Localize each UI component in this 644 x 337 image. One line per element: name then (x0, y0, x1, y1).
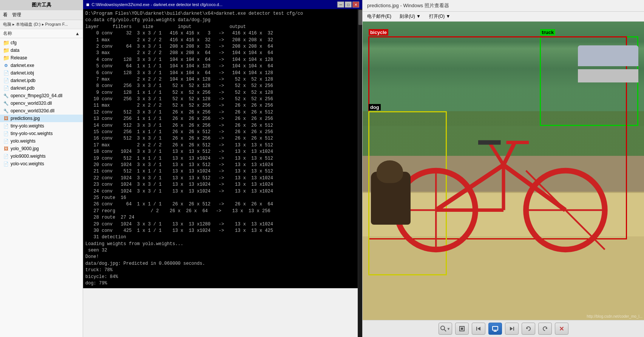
cmd-icon: ■ (86, 2, 89, 8)
file-item-tiny-yolo-voc[interactable]: 📄 tiny-yolo-voc.weights (0, 130, 83, 137)
file-item-darknet-pdb[interactable]: 📄 darknet.pdb (0, 84, 83, 92)
file-item-darknet-iobj[interactable]: 📄 darknet.iobj (0, 69, 83, 77)
bicycle-label: bicycle (369, 29, 388, 36)
file-icon: 📄 (3, 70, 9, 76)
svg-line-10 (503, 143, 515, 165)
car-shape (578, 45, 638, 66)
truck-label: truck (540, 29, 555, 36)
viewer-toolbar: ▼ (363, 320, 644, 337)
menu-burn[interactable]: 刻录(U) ▼ (398, 12, 422, 20)
rotate-left-icon (525, 325, 532, 332)
weights-icon: 📄 (3, 161, 9, 167)
dog-label: dog (369, 104, 381, 110)
weights-icon: 📄 (3, 123, 9, 129)
image-viewer: predictions.jpg - Windows 照片查看器 电子邮件(E) … (363, 0, 644, 337)
cmd-title: C:\Windows\system32\cmd.exe - darknet.ex… (91, 2, 222, 7)
dog-body (371, 172, 411, 225)
file-item-predictions[interactable]: 🖼 predictions.jpg (0, 115, 83, 122)
cmd-titlebar: ■ C:\Windows\system32\cmd.exe - darknet.… (83, 0, 362, 9)
delete-button[interactable]: ✕ (555, 323, 568, 335)
viewer-menubar: 电子邮件(E) 刻录(U) ▼ 打开(O) ▼ (363, 12, 644, 22)
folder-icon: 📁 (3, 47, 9, 53)
next-icon (508, 325, 515, 332)
scene-background: truck bicycle dog http://blog.csdn.net/c… (363, 22, 644, 320)
svg-marker-19 (477, 327, 480, 331)
file-explorer: 图片工具 看 管理 电脑 ▸ 本地磁盘 (D:) ▸ Program F... … (0, 0, 83, 337)
file-item-data[interactable]: 📁 data (0, 47, 83, 54)
svg-rect-18 (476, 327, 477, 331)
folder-icon: 📁 (3, 40, 9, 46)
fit-window-button[interactable] (455, 323, 469, 335)
file-item-darknet-ipdb[interactable]: 📄 darknet.ipdb (0, 77, 83, 84)
file-item-opencv-ffmpeg[interactable]: 🔧 opencv_ffmpeg320_64.dll (0, 92, 83, 99)
svg-line-15 (444, 329, 446, 331)
toolbar-see[interactable]: 看 (3, 12, 8, 18)
dog-head (377, 160, 403, 183)
menu-open[interactable]: 打开(O) ▼ (428, 12, 452, 20)
close-button[interactable]: ✕ (352, 2, 359, 8)
file-item-tiny-yolo[interactable]: 📄 tiny-yolo.weights (0, 122, 83, 130)
rotate-right-icon (542, 325, 548, 332)
file-list: 📁 cfg 📁 data 📁 Release ⚙ darknet.exe 📄 d… (0, 38, 83, 337)
next-image-button[interactable] (505, 323, 519, 335)
dll-icon: 🔧 (3, 93, 9, 99)
weights-icon: 📄 (3, 138, 9, 144)
image-icon: 🖼 (3, 146, 9, 152)
dll-icon: 🔧 (3, 100, 9, 106)
weights-icon: 📄 (3, 130, 9, 137)
display-button[interactable] (488, 323, 502, 335)
file-item-yolo9000-jpg[interactable]: 🖼 yolo_9000.jpg (0, 145, 83, 152)
exe-icon: ⚙ (3, 62, 9, 68)
file-item-darknet-exe[interactable]: ⚙ darknet.exe (0, 62, 83, 69)
svg-rect-20 (493, 326, 498, 330)
toolbar-manage[interactable]: 管理 (12, 12, 21, 18)
image-icon: 🖼 (3, 115, 9, 121)
file-item-yolo-weights[interactable]: 📄 yolo.weights (0, 137, 83, 145)
svg-marker-24 (510, 327, 513, 331)
breadcrumb: 电脑 ▸ 本地磁盘 (D:) ▸ Program F... (0, 20, 83, 29)
explorer-title: 图片工具 (0, 0, 83, 10)
svg-rect-23 (513, 327, 514, 331)
cmd-window-controls: ─ □ ✕ (337, 2, 359, 8)
file-icon: 📄 (3, 85, 9, 91)
file-item-opencv-world-d[interactable]: 🔧 opencv_world320d.dll (0, 107, 83, 115)
column-header: 名称 ▲ (0, 29, 83, 38)
rotate-left-button[interactable] (522, 323, 535, 335)
weights-icon: 📄 (3, 153, 9, 159)
file-item-yolo9000-weights[interactable]: 📄 yolo9000.weights (0, 152, 83, 160)
svg-rect-17 (461, 328, 463, 330)
file-icon: 📄 (3, 78, 9, 84)
cmd-output: D:\Program Files\YOLO\darknet\build\dark… (83, 9, 362, 288)
dll-icon: 🔧 (3, 108, 9, 114)
cmd-window: ■ C:\Windows\system32\cmd.exe - darknet.… (83, 0, 363, 337)
file-item-release[interactable]: 📁 Release (0, 54, 83, 62)
bicycle-svg (391, 66, 616, 275)
file-item-yolo-voc[interactable]: 📄 yolo-voc.weights (0, 160, 83, 168)
viewer-title: predictions.jpg - Windows 照片查看器 (367, 2, 449, 9)
display-icon (492, 325, 499, 332)
menu-email[interactable]: 电子邮件(E) (366, 12, 393, 20)
image-canvas: truck bicycle dog http://blog.csdn.net/c… (363, 22, 644, 320)
prev-icon (475, 325, 482, 332)
watermark: http://blog.csdn.net/coder_mo_l... (587, 314, 642, 318)
folder-icon: 📁 (3, 55, 9, 61)
minimize-button[interactable]: ─ (337, 2, 344, 8)
svg-line-12 (489, 143, 503, 165)
svg-point-14 (441, 326, 445, 330)
file-item-opencv-world[interactable]: 🔧 opencv_world320.dll (0, 99, 83, 107)
fit-icon (459, 325, 465, 332)
zoom-search-button[interactable]: ▼ (439, 323, 452, 335)
prev-image-button[interactable] (472, 323, 485, 335)
scrollbar[interactable] (358, 9, 362, 337)
viewer-titlebar: predictions.jpg - Windows 照片查看器 (363, 0, 644, 12)
cmd-body-wrap: D:\Program Files\YOLO\darknet\build\dark… (83, 9, 362, 337)
zoom-icon (440, 325, 447, 332)
maximize-button[interactable]: □ (345, 2, 352, 8)
file-item-cfg[interactable]: 📁 cfg (0, 39, 83, 47)
explorer-toolbar: 看 管理 (0, 10, 83, 20)
rotate-right-button[interactable] (538, 323, 552, 335)
